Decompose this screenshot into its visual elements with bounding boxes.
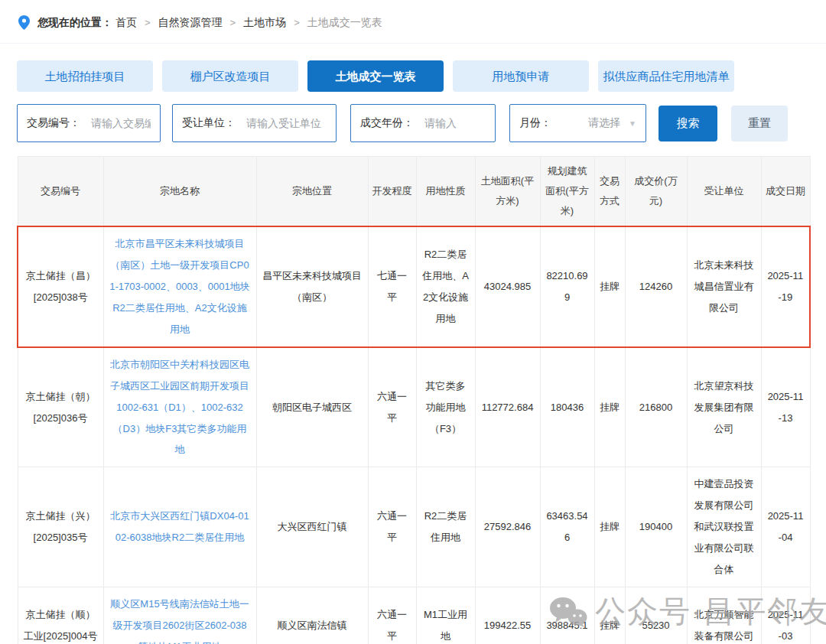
cell-planned-area: 180436 xyxy=(540,347,594,467)
breadcrumb-item[interactable]: 土地市场 xyxy=(243,16,286,28)
tab-land-bidding-projects[interactable]: 土地招拍挂项目 xyxy=(17,60,153,92)
breadcrumb-prefix: 您现在的位置： xyxy=(37,16,112,30)
tab-land-transaction-list[interactable]: 土地成交一览表 xyxy=(307,60,444,92)
column-header-land-use: 用地性质 xyxy=(416,157,475,227)
cell-development: 六通一平 xyxy=(368,587,416,644)
cell-planned-area: 82210.699 xyxy=(540,226,594,347)
cell-parcel-name: 北京市昌平区未来科技城项目（南区）土地一级开发项目CP01-1703-0002、… xyxy=(103,226,256,347)
cell-transferee: 中建壹品投资发展有限公司和武汉联投置业有限公司联合体 xyxy=(687,467,761,587)
cell-deal-date: 2025-11-04 xyxy=(761,467,810,587)
table-header-row: 交易编号宗地名称宗地位置开发程度用地性质土地面积(平方米)规划建筑面积(平方米)… xyxy=(18,157,810,227)
filter-bar: 交易编号： 受让单位： 成交年份： 月份： 请选择 ▼ 搜索 重置 xyxy=(0,92,826,142)
deal-year-filter-label: 成交年份： xyxy=(360,116,414,130)
cell-land-area: 112772.684 xyxy=(475,347,540,467)
column-header-planned-area: 规划建筑面积(平方米) xyxy=(540,157,594,227)
cell-deal-no: 京土储挂（兴）[2025]035号 xyxy=(18,467,103,587)
cell-deal-method: 挂牌 xyxy=(594,226,625,347)
cell-parcel-name: 北京市大兴区西红门镇DX04-0102-6038地块R2二类居住用地 xyxy=(103,467,256,587)
column-header-deal-price: 成交价(万元) xyxy=(625,157,687,227)
cell-development: 六通一平 xyxy=(368,347,416,467)
cell-deal-price: 190400 xyxy=(625,467,687,587)
deal-year-input[interactable] xyxy=(424,117,486,129)
parcel-name-link[interactable]: 北京市昌平区未来科技城项目（南区）土地一级开发项目CP01-1703-0002、… xyxy=(109,238,250,335)
breadcrumb-item: 土地成交一览表 xyxy=(307,16,382,28)
table-row: 京土储挂（兴）[2025]035号北京市大兴区西红门镇DX04-0102-603… xyxy=(18,467,810,587)
cell-land-use: R2二类居住用地 xyxy=(416,467,475,587)
breadcrumb-separator: > xyxy=(230,17,236,28)
breadcrumb-separator: > xyxy=(294,17,300,28)
breadcrumb-items: 首页>自然资源管理>土地市场>土地成交一览表 xyxy=(115,16,382,30)
breadcrumb-item[interactable]: 首页 xyxy=(115,16,137,28)
cell-land-use: R2二类居住用地、A2文化设施用地 xyxy=(416,226,475,347)
tab-proposed-residential-land-list[interactable]: 拟供应商品住宅用地清单 xyxy=(598,60,734,92)
land-transaction-table-wrap: 交易编号宗地名称宗地位置开发程度用地性质土地面积(平方米)规划建筑面积(平方米)… xyxy=(0,142,826,644)
table-row-highlighted: 京土储挂（昌）[2025]038号北京市昌平区未来科技城项目（南区）土地一级开发… xyxy=(18,226,810,347)
cell-deal-no: 京土储挂（昌）[2025]038号 xyxy=(18,226,103,347)
reset-button[interactable]: 重置 xyxy=(731,106,788,141)
tab-bar: 土地招拍挂项目棚户区改造项目土地成交一览表用地预申请拟供应商品住宅用地清单 xyxy=(0,44,826,92)
cell-land-area: 199422.55 xyxy=(475,587,540,644)
deal-no-filter-label: 交易编号： xyxy=(27,116,80,130)
cell-parcel-name: 北京市朝阳区中关村科技园区电子城西区工业园区前期开发项目1002-631（D1）… xyxy=(103,347,256,467)
chevron-down-icon: ▼ xyxy=(629,119,636,128)
table-body: 京土储挂（昌）[2025]038号北京市昌平区未来科技城项目（南区）土地一级开发… xyxy=(18,226,810,644)
breadcrumb: 您现在的位置： 首页>自然资源管理>土地市场>土地成交一览表 xyxy=(0,0,826,44)
column-header-deal-date: 成交日期 xyxy=(761,157,810,227)
cell-transferee: 北京未来科技城昌信置业有限公司 xyxy=(687,226,761,347)
search-button[interactable]: 搜索 xyxy=(659,106,717,141)
month-select-label: 月份： xyxy=(519,116,551,130)
cell-parcel-location: 顺义区南法信镇 xyxy=(256,587,368,644)
cell-deal-date: 2025-11-19 xyxy=(761,226,810,347)
table-row: 京土储挂（顺）工业[2025]004号顺义区M15号线南法信站土地一级开发项目2… xyxy=(18,587,810,644)
location-pin-icon xyxy=(18,15,30,30)
column-header-parcel-name: 宗地名称 xyxy=(103,157,256,227)
cell-parcel-location: 大兴区西红门镇 xyxy=(256,467,368,587)
cell-development: 七通一平 xyxy=(368,226,416,347)
cell-transferee: 北京望京科技发展集团有限公司 xyxy=(687,347,761,467)
cell-parcel-location: 朝阳区电子城西区 xyxy=(256,347,368,467)
cell-deal-date: 2025-11-03 xyxy=(761,587,810,644)
parcel-name-link[interactable]: 顺义区M15号线南法信站土地一级开发项目2602街区2602-038等地块M1工… xyxy=(110,598,249,644)
land-transaction-table: 交易编号宗地名称宗地位置开发程度用地性质土地面积(平方米)规划建筑面积(平方米)… xyxy=(17,156,811,644)
parcel-name-link[interactable]: 北京市大兴区西红门镇DX04-0102-6038地块R2二类居住用地 xyxy=(110,510,249,543)
column-header-development: 开发程度 xyxy=(368,157,416,227)
transferee-filter-label: 受让单位： xyxy=(182,116,236,130)
column-header-transferee: 受让单位 xyxy=(687,157,761,227)
column-header-deal-no: 交易编号 xyxy=(18,157,103,227)
breadcrumb-separator: > xyxy=(145,17,151,28)
deal-year-filter: 成交年份： xyxy=(350,104,496,142)
cell-deal-no: 京土储挂（朝）[2025]036号 xyxy=(18,347,103,467)
tab-shantytown-renovation-projects[interactable]: 棚户区改造项目 xyxy=(162,60,298,92)
month-select-value: 请选择 xyxy=(588,116,620,130)
column-header-parcel-location: 宗地位置 xyxy=(256,157,368,227)
cell-land-area: 27592.846 xyxy=(475,467,540,587)
cell-planned-area: 63463.546 xyxy=(540,467,594,587)
cell-deal-price: 124260 xyxy=(625,226,687,347)
column-header-deal-method: 交易方式 xyxy=(594,157,625,227)
column-header-land-area: 土地面积(平方米) xyxy=(475,157,540,227)
month-select[interactable]: 月份： 请选择 ▼ xyxy=(509,104,646,142)
cell-deal-price: 216800 xyxy=(625,347,687,467)
cell-deal-date: 2025-11-13 xyxy=(761,347,810,467)
cell-land-use: M1工业用地 xyxy=(416,587,475,644)
cell-deal-price: 55230 xyxy=(625,587,687,644)
breadcrumb-item[interactable]: 自然资源管理 xyxy=(158,16,223,28)
transferee-input[interactable] xyxy=(246,117,327,129)
cell-land-area: 43024.985 xyxy=(475,226,540,347)
cell-land-use: 其它类多功能用地（F3） xyxy=(416,347,475,467)
deal-no-input[interactable] xyxy=(91,117,151,129)
cell-deal-method: 挂牌 xyxy=(594,587,625,644)
cell-deal-method: 挂牌 xyxy=(594,467,625,587)
cell-transferee: 北京万顺智能装备有限公司 xyxy=(687,587,761,644)
deal-no-filter: 交易编号： xyxy=(17,104,161,142)
tab-land-use-pre-application[interactable]: 用地预申请 xyxy=(453,60,589,92)
transferee-filter: 受让单位： xyxy=(172,104,337,142)
cell-deal-method: 挂牌 xyxy=(594,347,625,467)
cell-planned-area: 398845.1 xyxy=(540,587,594,644)
table-row: 京土储挂（朝）[2025]036号北京市朝阳区中关村科技园区电子城西区工业园区前… xyxy=(18,347,810,467)
cell-deal-no: 京土储挂（顺）工业[2025]004号 xyxy=(18,587,103,644)
cell-parcel-location: 昌平区未来科技城项目（南区） xyxy=(256,226,368,347)
parcel-name-link[interactable]: 北京市朝阳区中关村科技园区电子城西区工业园区前期开发项目1002-631（D1）… xyxy=(110,359,249,456)
cell-development: 六通一平 xyxy=(368,467,416,587)
cell-parcel-name: 顺义区M15号线南法信站土地一级开发项目2602街区2602-038等地块M1工… xyxy=(103,587,256,644)
